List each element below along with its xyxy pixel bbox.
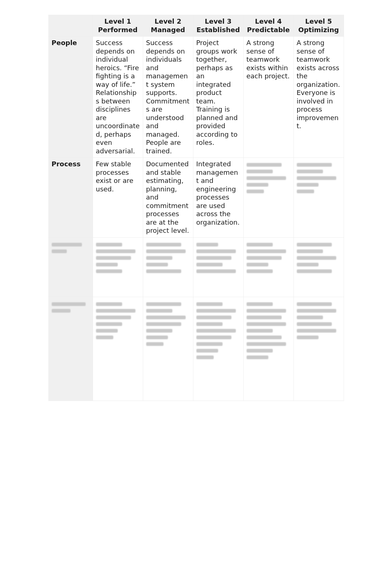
table-header-row: Level 1 Performed Level 2 Managed Level … [48, 15, 344, 37]
header-corner [48, 15, 93, 37]
redacted-cell-td [243, 297, 293, 401]
header-level-2: Level 2 Managed [143, 15, 193, 37]
redacted-cell [247, 163, 290, 207]
header-level-1: Level 1 Performed [93, 15, 143, 37]
redacted-cell-td [193, 297, 243, 401]
cell-people-level2: Success depends on individuals and manag… [143, 37, 193, 158]
redacted-cell-td [143, 297, 193, 401]
cell-people-level3: Project groups work together, perhaps as… [193, 37, 243, 158]
row-label-redacted [48, 237, 93, 297]
header-level-5: Level 5 Optimizing [293, 15, 344, 37]
cell-people-level5: A strong sense of teamwork exists across… [293, 37, 344, 158]
row-label-process: Process [48, 158, 93, 238]
redacted-cell-td [293, 297, 344, 401]
redacted-cell [297, 302, 341, 398]
redacted-cell-td [143, 237, 193, 297]
redacted-cell [297, 163, 341, 207]
cell-people-level1: Success depends on individual heroics. “… [93, 37, 143, 158]
redacted-cell [196, 302, 240, 398]
redacted-cell [146, 302, 190, 398]
document-page: Level 1 Performed Level 2 Managed Level … [0, 0, 392, 512]
redacted-cell [297, 243, 341, 295]
redacted-cell-td [93, 297, 143, 401]
redacted-cell-td [293, 237, 344, 297]
redacted-cell [52, 243, 90, 287]
table-row [48, 297, 344, 401]
redacted-cell [196, 243, 240, 295]
row-label-redacted [48, 297, 93, 401]
table-row: Process Few stable processes exist or ar… [48, 158, 344, 238]
cell-process-level3: Integrated management and engineering pr… [193, 158, 243, 238]
row-label-people: People [48, 37, 93, 158]
redacted-cell [146, 243, 190, 295]
redacted-cell-td [243, 237, 293, 297]
cell-process-level4 [243, 158, 293, 238]
redacted-cell [247, 243, 290, 295]
header-level-4: Level 4 Predictable [243, 15, 293, 37]
cell-process-level1: Few stable processes exist or are used. [93, 158, 143, 238]
redacted-cell-td [193, 237, 243, 297]
maturity-table: Level 1 Performed Level 2 Managed Level … [48, 15, 344, 401]
redacted-cell [96, 243, 140, 295]
redacted-cell [247, 302, 290, 398]
cell-people-level4: A strong sense of teamwork exists within… [243, 37, 293, 158]
cell-process-level2: Documented and stable estimating, planni… [143, 158, 193, 238]
table-row: People Success depends on individual her… [48, 37, 344, 158]
redacted-cell-td [93, 237, 143, 297]
table-row [48, 237, 344, 297]
redacted-cell [52, 302, 90, 347]
redacted-cell [96, 302, 140, 398]
cell-process-level5 [293, 158, 344, 238]
header-level-3: Level 3 Established [193, 15, 243, 37]
